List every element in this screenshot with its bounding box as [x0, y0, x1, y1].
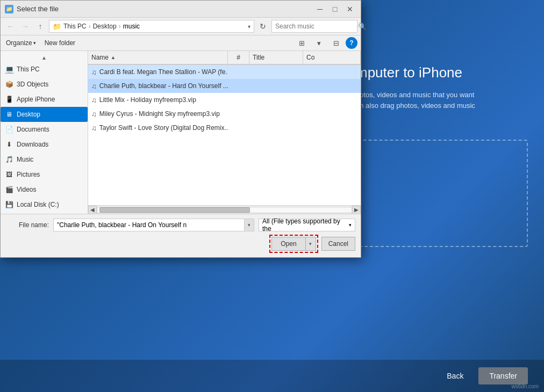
sidebar-item-documents[interactable]: 📄 Documents — [1, 122, 88, 137]
help-button[interactable]: ? — [346, 37, 357, 49]
filename-dropdown-button[interactable]: ▾ — [244, 219, 254, 231]
view-dropdown-button[interactable]: ▾ — [311, 37, 326, 49]
col-header-co[interactable]: Co — [303, 51, 361, 64]
file-name-4: Taylor Swift - Love Story (Digital Dog R… — [99, 124, 228, 132]
sidebar-item-music[interactable]: 🎵 Music — [1, 152, 88, 167]
file-list[interactable]: ♫ Cardi B feat. Megan Thee Stallion - WA… — [88, 65, 361, 205]
filetype-select[interactable]: All (File types supported by the ▾ — [259, 219, 355, 231]
search-box[interactable]: 🔍 — [271, 20, 357, 33]
file-item-2[interactable]: ♫ Little Mix - Holiday myfreemp3.vip — [88, 93, 361, 107]
file-item-0[interactable]: ♫ Cardi B feat. Megan Thee Stallion - WA… — [88, 65, 361, 79]
back-button[interactable]: Back — [438, 367, 472, 384]
file-cell-name-4: ♫ Taylor Swift - Love Story (Digital Dog… — [88, 121, 228, 135]
col-header-hash[interactable]: # — [228, 51, 249, 64]
filetype-label: All (File types supported by the — [262, 217, 349, 233]
address-folder-icon: 📁 — [53, 23, 61, 31]
col-header-name[interactable]: Name ▲ — [88, 51, 228, 64]
sidebar-item-this-pc[interactable]: 💻 This PC — [1, 62, 88, 77]
details-pane-button[interactable]: ⊟ — [328, 37, 343, 49]
open-split-button[interactable]: ▾ — [305, 237, 316, 251]
sort-arrow-name: ▲ — [111, 55, 116, 60]
downloads-icon: ⬇ — [5, 140, 13, 149]
sidebar-label-pictures: Pictures — [17, 171, 40, 178]
sidebar-item-desktop[interactable]: 🖥 Desktop — [1, 107, 88, 122]
hscroll-thumb[interactable] — [99, 207, 250, 213]
sidebar-item-videos[interactable]: 🎬 Videos — [1, 182, 88, 197]
open-button[interactable]: Open — [271, 237, 305, 251]
sidebar-item-local-disk-c[interactable]: 💾 Local Disk (C:) — [1, 197, 88, 212]
file-cell-co-0 — [303, 65, 361, 79]
sidebar-scroll-up[interactable]: ▲ — [1, 53, 88, 62]
filename-label: File name: — [6, 221, 49, 229]
back-nav-button[interactable]: ← — [4, 20, 17, 33]
file-cell-co-2 — [303, 93, 361, 107]
search-input[interactable] — [275, 23, 356, 30]
up-nav-button[interactable]: ↑ — [34, 20, 47, 33]
maximize-button[interactable]: □ — [328, 4, 341, 14]
file-cell-name-0: ♫ Cardi B feat. Megan Thee Stallion - WA… — [88, 65, 228, 79]
minimize-button[interactable]: ─ — [313, 4, 326, 14]
bg-description: hotos, videos and music that you want an… — [356, 90, 528, 111]
file-dialog: 📁 Select the file ─ □ ✕ ← → ↑ 📁 This PC … — [0, 0, 361, 258]
sidebar-item-apple-iphone[interactable]: 📱 Apple iPhone — [1, 92, 88, 107]
iphone-icon: 📱 — [5, 95, 13, 104]
hscroll-left-button[interactable]: ◀ — [88, 206, 97, 214]
file-list-header: Name ▲ # Title Co — [88, 51, 361, 65]
music-file-icon-0: ♫ — [91, 68, 97, 76]
watermark: ws6dn.com — [511, 383, 539, 389]
horizontal-scrollbar[interactable]: ◀ ▶ — [88, 205, 361, 214]
address-bar[interactable]: 📁 This PC › Desktop › music ▾ — [49, 20, 254, 33]
file-name-1: Charlie Puth, blackbear - Hard On Yourse… — [99, 82, 228, 90]
close-button[interactable]: ✕ — [343, 4, 356, 14]
file-name-3: Miley Cyrus - Midnight Sky myfreemp3.vip — [99, 110, 220, 118]
transfer-button[interactable]: Transfer — [478, 367, 528, 384]
file-name-0: Cardi B feat. Megan Thee Stallion - WAP … — [99, 68, 228, 76]
file-cell-name-3: ♫ Miley Cyrus - Midnight Sky myfreemp3.v… — [88, 107, 228, 121]
file-cell-co-4 — [303, 121, 361, 135]
organize-button[interactable]: Organize ▾ — [4, 38, 38, 48]
pictures-icon: 🖼 — [5, 170, 13, 179]
filename-row: File name: "Charlie Puth, blackbear - Ha… — [6, 219, 355, 231]
file-cell-name-2: ♫ Little Mix - Holiday myfreemp3.vip — [88, 93, 228, 107]
filename-input[interactable]: "Charlie Puth, blackbear - Hard On Yours… — [53, 219, 254, 231]
file-cell-title-1 — [249, 79, 303, 93]
music-file-icon-1: ♫ — [91, 82, 97, 90]
file-cell-name-1: ♫ Charlie Puth, blackbear - Hard On Your… — [88, 79, 228, 93]
file-cell-hash-3 — [228, 107, 249, 121]
sidebar-label-this-pc: This PC — [17, 66, 40, 73]
open-button-container: Open ▾ — [269, 235, 318, 253]
new-folder-button[interactable]: New folder — [42, 38, 77, 48]
music-icon: 🎵 — [5, 155, 13, 164]
organize-toolbar: Organize ▾ New folder ⊞ ▾ ⊟ ? — [1, 35, 361, 51]
forward-nav-button[interactable]: → — [19, 20, 32, 33]
sidebar-item-pictures[interactable]: 🖼 Pictures — [1, 167, 88, 182]
sidebar-label-local-disk-c: Local Disk (C:) — [17, 201, 59, 208]
dialog-bottom: File name: "Charlie Puth, blackbear - Ha… — [1, 214, 361, 257]
view-toggle-button[interactable]: ⊞ — [294, 37, 309, 49]
bg-heading: mputer to iPhone — [356, 64, 528, 81]
file-cell-title-0 — [249, 65, 303, 79]
background-content: mputer to iPhone hotos, videos and music… — [356, 64, 528, 111]
documents-icon: 📄 — [5, 125, 13, 134]
file-cell-co-1 — [303, 79, 361, 93]
dialog-title: Select the file — [17, 5, 313, 13]
title-bar: 📁 Select the file ─ □ ✕ — [1, 1, 361, 18]
address-dropdown-icon[interactable]: ▾ — [248, 24, 250, 30]
sidebar-item-downloads[interactable]: ⬇ Downloads — [1, 137, 88, 152]
col-header-title[interactable]: Title — [249, 51, 303, 64]
cancel-button[interactable]: Cancel — [321, 237, 355, 251]
hscroll-track[interactable] — [97, 207, 352, 213]
hscroll-right-button[interactable]: ▶ — [352, 206, 361, 214]
view-controls: ⊞ ▾ ⊟ ? — [294, 37, 357, 49]
sidebar-label-music: Music — [17, 156, 33, 163]
file-cell-title-3 — [249, 107, 303, 121]
music-file-icon-4: ♫ — [91, 124, 97, 132]
refresh-button[interactable]: ↻ — [256, 20, 269, 33]
sidebar-item-3d-objects[interactable]: 📦 3D Objects — [1, 77, 88, 92]
bottom-bar: Back Transfer — [0, 360, 544, 392]
file-item-4[interactable]: ♫ Taylor Swift - Love Story (Digital Dog… — [88, 121, 361, 135]
file-item-3[interactable]: ♫ Miley Cyrus - Midnight Sky myfreemp3.v… — [88, 107, 361, 121]
filetype-dropdown-icon: ▾ — [349, 222, 352, 228]
main-content: ▲ 💻 This PC 📦 3D Objects 📱 Apple iPhone … — [1, 51, 361, 214]
file-item-1[interactable]: ♫ Charlie Puth, blackbear - Hard On Your… — [88, 79, 361, 93]
